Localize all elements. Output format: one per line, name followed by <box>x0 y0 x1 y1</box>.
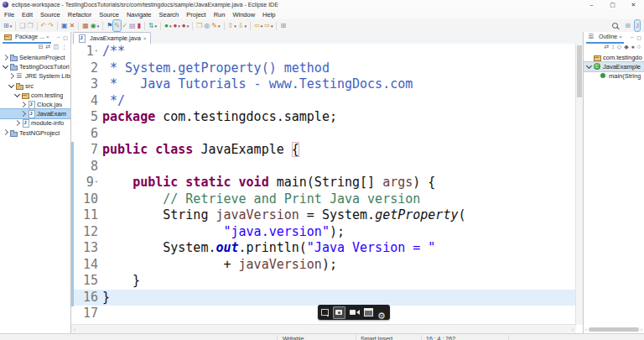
code-line-13[interactable]: 13 System.out.println("Java Version = " <box>71 240 576 257</box>
pe-collapse-all-icon[interactable]: ⊟ <box>39 43 44 51</box>
scroll-right-arrow-icon[interactable]: › <box>641 327 642 332</box>
toolbar-icon-quick-access-search[interactable] <box>611 20 621 31</box>
menu-navigate[interactable]: Navigate <box>127 11 152 18</box>
toolbar-icon-format[interactable]: ✓ <box>121 20 128 31</box>
tab-javaexample-java[interactable]: JavaExample.java × <box>73 32 151 44</box>
project-item-testngproject[interactable]: TestNGProject <box>0 128 70 138</box>
toolbar-icon-back[interactable]: ⇦▾ <box>253 20 263 31</box>
code-line-10[interactable]: 10 // Retrieve and Print Java version <box>71 191 576 208</box>
collapse-arrow-icon[interactable] <box>8 82 14 88</box>
toolbar-icon-save-all[interactable]: ❒ <box>26 20 34 31</box>
outline-item-javaexample[interactable]: JavaExample <box>584 62 644 71</box>
code-line-14[interactable]: 14 + javaVersion); <box>71 257 576 274</box>
project-item-clock-jav[interactable]: Clock.jav <box>0 100 70 109</box>
code-line-7[interactable]: 7public class JavaExample { <box>71 142 576 159</box>
outline-hide-local-types-icon[interactable]: ○ <box>637 43 641 51</box>
code-line-9[interactable]: 9• public static void main(String[] args… <box>71 175 576 191</box>
project-item-com-testing[interactable]: com.testing <box>0 91 70 100</box>
minimize-view-button[interactable]: ‒ <box>631 34 633 40</box>
minimize-button[interactable]: – <box>581 0 602 9</box>
outline-item-main-string[interactable]: main(String <box>584 71 644 81</box>
editor-vertical-scrollbar[interactable] <box>575 44 583 325</box>
scroll-left-arrow-icon[interactable]: ‹ <box>74 327 75 332</box>
code-line-1[interactable]: 1•/** <box>71 44 576 60</box>
menu-search[interactable]: Search <box>159 11 179 18</box>
outline-hide-fields-icon[interactable]: ◇ <box>617 43 621 51</box>
close-tab-icon[interactable]: × <box>143 36 147 41</box>
window-capture-icon[interactable] <box>364 308 373 316</box>
toolbar-icon-task[interactable]: ▤ <box>128 20 137 31</box>
menu-refactor[interactable]: Refactor <box>68 11 91 18</box>
code-line-12[interactable]: 12 "java.version"); <box>71 224 576 241</box>
toolbar-icon-terminate[interactable]: ▮ <box>136 20 141 31</box>
camera-icon[interactable] <box>333 306 345 319</box>
toolbar-icon-java-editor[interactable]: ✎ <box>113 20 121 31</box>
code-line-4[interactable]: 4 */ <box>71 93 576 110</box>
maximize-view-button[interactable]: ▢ <box>63 34 68 40</box>
toolbar-icon-open-element[interactable]: ▣ <box>60 20 69 31</box>
toolbar-icon-debug-run[interactable]: ●▾ <box>172 20 180 31</box>
fold-marker-icon[interactable]: • <box>95 48 98 55</box>
project-item-javaexam[interactable]: JavaExam <box>0 109 70 118</box>
toolbar-icon-redo[interactable]: ↷ <box>47 20 55 31</box>
toolbar-icon-forward[interactable]: ⇨▾ <box>263 20 273 31</box>
outline-item-com-testingdo[interactable]: com.testingdo <box>584 53 644 62</box>
menu-file[interactable]: File <box>4 11 14 18</box>
outline-link-with-editor-icon[interactable]: ⇄ <box>604 43 609 51</box>
project-item-seleniumproject[interactable]: SeleniumProject <box>0 53 70 62</box>
toolbar-icon-edit-config[interactable]: ✎▾ <box>210 20 221 31</box>
menu-source[interactable]: Source <box>99 11 119 18</box>
tab-package-explorer[interactable]: Package ... × <box>3 32 51 44</box>
tab-outline[interactable]: Outline × <box>586 32 624 44</box>
video-camera-icon[interactable] <box>350 309 360 316</box>
toolbar-icon-synchronize[interactable]: ⇅▾ <box>148 20 158 31</box>
fold-marker-icon[interactable]: • <box>95 179 98 186</box>
pe-link-with-editor-icon[interactable]: ⇄ <box>46 43 51 51</box>
project-item-module-info[interactable]: module-info <box>0 118 70 128</box>
outline-sort-icon[interactable]: ↕ <box>611 43 615 51</box>
pe-view-menu-icon[interactable]: ⋮ <box>61 43 67 51</box>
code-line-2[interactable]: 2 * System.getProperty() method <box>71 60 576 77</box>
code-line-11[interactable]: 11 String javaVersion = System.getProper… <box>71 207 576 224</box>
close-view-icon[interactable]: × <box>46 34 49 39</box>
maximize-view-button[interactable]: ▢ <box>636 34 641 40</box>
close-view-icon[interactable]: × <box>619 34 622 39</box>
toolbar-icon-search[interactable]: ◎ <box>203 20 210 31</box>
scroll-left-arrow-icon[interactable]: ‹ <box>585 327 587 332</box>
collapse-arrow-icon[interactable] <box>3 63 8 69</box>
expand-arrow-icon[interactable] <box>8 73 14 79</box>
code-line-6[interactable]: 6 <box>71 126 576 143</box>
code-line-15[interactable]: 15 } <box>71 273 576 290</box>
toolbar-icon-run[interactable]: ●▾ <box>164 20 172 31</box>
expand-arrow-icon[interactable] <box>20 111 26 117</box>
expand-arrow-icon[interactable] <box>20 101 26 107</box>
menu-source[interactable]: Source <box>40 11 60 18</box>
expand-arrow-icon[interactable] <box>3 129 8 135</box>
expand-arrow-icon[interactable] <box>3 55 8 60</box>
expand-arrow-icon[interactable] <box>14 120 20 126</box>
menu-edit[interactable]: Edit <box>22 11 33 18</box>
menu-project[interactable]: Project <box>186 11 205 18</box>
close-button[interactable]: ✕ <box>623 0 644 9</box>
maximize-button[interactable]: ▢ <box>602 0 623 9</box>
toolbar-icon-prev-annotation[interactable]: ⇧▾ <box>227 20 237 31</box>
toolbar-icon-next-annotation[interactable]: ⇩▾ <box>237 20 247 31</box>
menu-help[interactable]: Help <box>262 11 275 18</box>
toolbar-icon-new-java-project[interactable]: ▦ <box>81 20 90 31</box>
scroll-right-arrow-icon[interactable]: › <box>572 327 574 332</box>
toolbar-icon-new-wizard[interactable]: ⊞▾ <box>3 20 13 31</box>
toolbar-icon-open-perspective-new[interactable]: ⊞ <box>279 20 287 31</box>
code-line-8[interactable]: 8 <box>71 159 576 175</box>
editor-horizontal-scrollbar[interactable]: ‹ › <box>71 324 576 333</box>
scrollbar-thumb[interactable] <box>589 327 639 332</box>
code-line-5[interactable]: 5package com.testingdocs.sample; <box>71 109 576 126</box>
toolbar-icon-java-perspective[interactable]: J <box>635 20 640 31</box>
outline-horizontal-scrollbar[interactable]: ‹ › <box>585 326 642 332</box>
outline-hide-non-public-icon[interactable]: ● <box>631 43 635 51</box>
toolbar-icon-open-resource[interactable]: ❒ <box>195 20 203 31</box>
collapse-arrow-icon[interactable] <box>14 92 20 97</box>
minimize-view-button[interactable]: ‒ <box>57 34 60 40</box>
toolbar-icon-debug-flag[interactable]: ⚑ <box>106 20 113 31</box>
screen-pin-icon[interactable] <box>321 309 329 316</box>
outline-hide-static-members-icon[interactable]: ◆ <box>624 43 628 51</box>
